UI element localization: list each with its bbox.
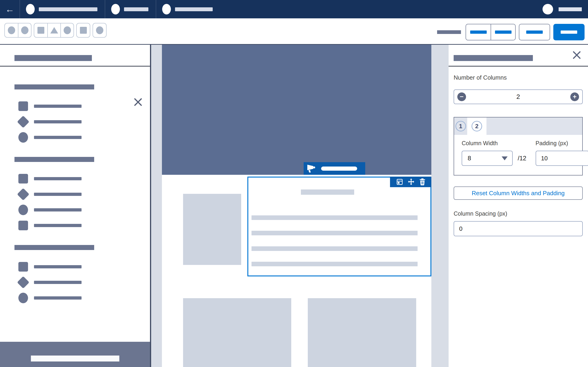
text-line-placeholder bbox=[251, 215, 418, 220]
item-label-placeholder bbox=[34, 120, 82, 123]
announcement-badge[interactable] bbox=[304, 162, 365, 175]
square-icon bbox=[37, 27, 44, 34]
toolbar-primary-button[interactable] bbox=[553, 24, 585, 40]
item-label-placeholder bbox=[34, 208, 82, 211]
chevron-down-icon bbox=[502, 156, 508, 160]
component-list-item[interactable] bbox=[15, 262, 150, 272]
button-label-placeholder bbox=[526, 31, 543, 34]
toolbar-circle-icon[interactable] bbox=[61, 23, 73, 37]
layout-icon[interactable] bbox=[396, 178, 403, 186]
megaphone-icon bbox=[307, 164, 317, 173]
nav-label-placeholder bbox=[175, 7, 213, 11]
plus-icon[interactable]: + bbox=[570, 92, 579, 101]
toolbar-button-2[interactable] bbox=[491, 24, 515, 40]
reset-columns-button[interactable]: Reset Column Widths and Padding bbox=[454, 186, 583, 200]
circle-icon bbox=[8, 26, 15, 34]
component-list-item[interactable] bbox=[15, 117, 150, 127]
item-label-placeholder bbox=[34, 193, 82, 196]
column-width-total: /12 bbox=[518, 155, 527, 162]
user-name-placeholder bbox=[559, 7, 582, 11]
diamond-icon bbox=[17, 116, 29, 128]
diamond-icon bbox=[17, 188, 29, 200]
tab-column-1[interactable]: 1 bbox=[454, 117, 467, 135]
item-label-placeholder bbox=[34, 265, 82, 268]
column-settings: Number of Columns − 2 + 1 2 Column bbox=[454, 66, 583, 236]
toolbar-actions bbox=[437, 24, 585, 40]
circle-icon bbox=[18, 293, 28, 303]
builder-canvas bbox=[151, 45, 449, 367]
toolbar-square-icon[interactable] bbox=[34, 23, 47, 37]
item-label-placeholder bbox=[34, 136, 82, 139]
square-icon bbox=[18, 221, 28, 230]
diamond-icon bbox=[17, 276, 29, 289]
close-icon[interactable] bbox=[573, 51, 581, 59]
circle-icon bbox=[18, 205, 28, 215]
text-line-placeholder bbox=[251, 262, 418, 266]
item-label-placeholder bbox=[34, 177, 82, 180]
toolbar-label-placeholder bbox=[437, 30, 461, 34]
nav-avatar-circle bbox=[162, 4, 171, 15]
toolbar-icon-group-1 bbox=[4, 23, 32, 38]
toolbar-circle-icon[interactable] bbox=[18, 23, 31, 37]
minus-icon[interactable]: − bbox=[457, 92, 466, 101]
selected-column-component[interactable] bbox=[247, 177, 431, 276]
panel-footer bbox=[0, 342, 150, 367]
text-line-placeholder bbox=[251, 246, 418, 251]
column-settings-card: Column Width 8 /12 Padding (px) bbox=[454, 135, 582, 175]
toolbar-icon-group-4 bbox=[93, 23, 107, 38]
toolbar-icon-group-3 bbox=[76, 23, 90, 38]
column-properties-panel: Number of Columns − 2 + 1 2 Column bbox=[449, 45, 588, 367]
image-placeholder-block[interactable] bbox=[308, 298, 416, 367]
trash-icon[interactable] bbox=[419, 178, 426, 185]
column-width-value: 8 bbox=[468, 155, 502, 162]
toolbar-circle-icon[interactable] bbox=[93, 23, 106, 37]
square-icon bbox=[80, 27, 87, 34]
column-width-label: Column Width bbox=[462, 140, 527, 147]
padding-input[interactable] bbox=[536, 151, 588, 166]
component-list-item[interactable] bbox=[15, 133, 150, 142]
number-of-columns-stepper[interactable]: − 2 + bbox=[454, 90, 583, 104]
hero-image-block[interactable] bbox=[162, 45, 431, 175]
text-line-placeholder bbox=[251, 231, 418, 235]
image-placeholder-block[interactable] bbox=[183, 194, 241, 265]
tab-2-number: 2 bbox=[472, 121, 482, 131]
column-width-dropdown[interactable]: 8 bbox=[462, 151, 513, 166]
toolbar-circle-icon[interactable] bbox=[5, 23, 18, 37]
component-list bbox=[0, 84, 150, 317]
component-section-3 bbox=[15, 245, 150, 303]
section-heading-placeholder bbox=[15, 84, 94, 90]
component-list-item[interactable] bbox=[15, 293, 150, 303]
toolbar-square-icon[interactable] bbox=[77, 23, 90, 37]
component-list-item[interactable] bbox=[15, 190, 150, 199]
square-icon bbox=[18, 174, 28, 184]
component-list-item[interactable] bbox=[15, 205, 150, 215]
header-nav-item-1[interactable] bbox=[19, 0, 105, 18]
header-nav-item-3[interactable] bbox=[156, 0, 220, 18]
toolbar-triangle-icon[interactable] bbox=[47, 23, 61, 37]
component-list-item[interactable] bbox=[15, 277, 150, 287]
toolbar-icon-group-2 bbox=[34, 23, 74, 38]
back-arrow-icon[interactable]: ← bbox=[0, 0, 19, 18]
component-action-toolbar bbox=[390, 177, 431, 187]
image-placeholder-block[interactable] bbox=[183, 298, 291, 367]
toolbar-button-3[interactable] bbox=[519, 24, 550, 40]
user-menu[interactable] bbox=[543, 0, 588, 18]
header-nav-item-2[interactable] bbox=[105, 0, 156, 18]
component-section-1 bbox=[15, 84, 150, 142]
circle-icon bbox=[96, 26, 103, 34]
component-list-item[interactable] bbox=[15, 221, 150, 230]
column-tab-strip: 1 2 bbox=[454, 117, 582, 135]
nav-label-placeholder bbox=[39, 7, 97, 11]
components-panel bbox=[0, 45, 151, 367]
header-spacer bbox=[220, 0, 543, 18]
item-label-placeholder bbox=[34, 224, 82, 227]
header-nav bbox=[19, 0, 220, 18]
component-list-item[interactable] bbox=[15, 101, 150, 111]
move-icon[interactable] bbox=[407, 178, 415, 186]
toolbar-button-1[interactable] bbox=[466, 24, 491, 40]
component-list-item[interactable] bbox=[15, 174, 150, 184]
tab-column-2[interactable]: 2 bbox=[467, 117, 486, 135]
column-spacing-input[interactable] bbox=[454, 221, 583, 236]
footer-button-placeholder[interactable] bbox=[31, 356, 119, 361]
top-header-bar: ← bbox=[0, 0, 588, 18]
